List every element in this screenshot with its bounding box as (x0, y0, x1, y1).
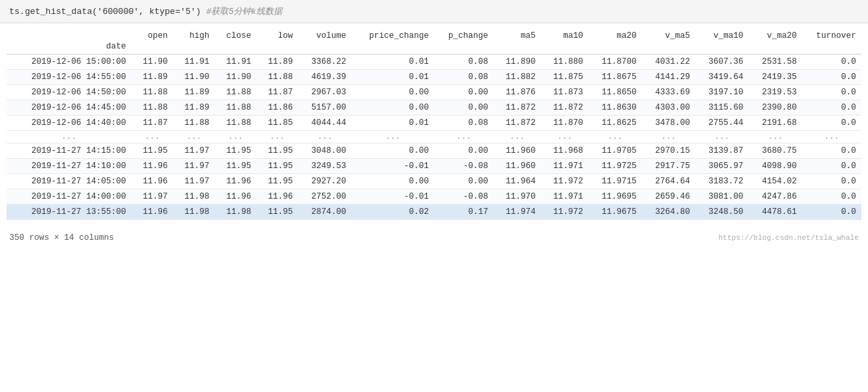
data-cell: 0.00 (351, 100, 434, 116)
ellipsis-cell: ... (7, 131, 131, 144)
th-price-change: price_change (351, 29, 434, 41)
data-cell: 2967.03 (298, 85, 351, 100)
data-cell: 11.95 (256, 144, 298, 159)
data-cell: 11.96 (256, 189, 298, 205)
th-open: open (131, 29, 173, 41)
th-ma5: ma5 (493, 29, 541, 41)
data-cell: 11.88 (256, 70, 298, 85)
data-cell: 11.8630 (588, 100, 642, 116)
data-cell: 3115.60 (695, 100, 748, 116)
date-cell: 2019-12-06 15:00:00 (7, 54, 131, 70)
code-function: ts.get_hist_data('600000', ktype='5') (9, 7, 201, 17)
data-cell: 0.0 (802, 116, 861, 131)
data-cell: 11.974 (493, 205, 541, 220)
data-cell: 0.01 (351, 70, 434, 85)
data-cell: 3478.00 (642, 116, 695, 131)
data-cell: 0.00 (434, 144, 493, 159)
data-cell: 2531.58 (748, 54, 802, 70)
data-cell: 5157.00 (298, 100, 351, 116)
data-cell: 11.971 (541, 159, 589, 174)
date-cell: 2019-11-27 14:15:00 (7, 144, 131, 159)
data-cell: 0.0 (802, 54, 861, 70)
data-cell: 11.960 (493, 144, 541, 159)
data-cell: 11.88 (173, 116, 215, 131)
data-cell: 11.90 (215, 70, 256, 85)
data-cell: 0.00 (351, 144, 434, 159)
data-cell: 2755.44 (695, 116, 748, 131)
ellipsis-cell: ... (493, 131, 541, 144)
data-cell: 11.88 (215, 116, 256, 131)
ellipsis-cell: ... (298, 131, 351, 144)
data-cell: 11.95 (256, 205, 298, 220)
th-empty (7, 29, 131, 41)
data-cell: -0.08 (434, 159, 493, 174)
data-cell: 3264.80 (642, 205, 695, 220)
date-header-row: date (7, 41, 861, 54)
data-cell: 4044.44 (298, 116, 351, 131)
data-cell: 0.02 (351, 205, 434, 220)
data-cell: 0.0 (802, 85, 861, 100)
data-cell: 3139.87 (695, 144, 748, 159)
data-cell: 3368.22 (298, 54, 351, 70)
th-low: low (256, 29, 298, 41)
data-cell: 2390.80 (748, 100, 802, 116)
data-cell: 11.870 (541, 116, 589, 131)
data-cell: 0.00 (434, 174, 493, 189)
th-pad-1 (131, 41, 173, 54)
data-cell: 0.17 (434, 205, 493, 220)
ellipsis-cell: ... (695, 131, 748, 144)
table-row: 2019-12-06 14:45:0011.8811.8911.8811.865… (7, 100, 861, 116)
th-pad-6 (351, 41, 434, 54)
code-bar: ts.get_hist_data('600000', ktype='5') #获… (0, 0, 868, 23)
ellipsis-cell: ... (541, 131, 589, 144)
table-row: 2019-12-06 14:55:0011.8911.9011.9011.884… (7, 70, 861, 85)
data-cell: 4141.29 (642, 70, 695, 85)
data-cell: 11.9725 (588, 159, 642, 174)
th-pad-3 (215, 41, 256, 54)
ellipsis-cell: ... (256, 131, 298, 144)
th-ma10: ma10 (541, 29, 589, 41)
data-cell: 11.97 (173, 144, 215, 159)
date-cell: 2019-11-27 13:55:00 (7, 205, 131, 220)
table-row: ........................................… (7, 131, 861, 144)
data-cell: 11.8675 (588, 70, 642, 85)
th-turnover: turnover (802, 29, 861, 41)
data-cell: 11.872 (493, 100, 541, 116)
ellipsis-cell: ... (215, 131, 256, 144)
watermark: https://blog.csdn.net/tsla_whale (709, 231, 868, 245)
data-cell: 2874.00 (298, 205, 351, 220)
data-cell: 0.00 (351, 174, 434, 189)
data-cell: 11.87 (131, 116, 173, 131)
data-cell: 0.01 (351, 54, 434, 70)
code-comment: #获取5分钟k线数据 (206, 7, 282, 17)
data-cell: 11.96 (215, 174, 256, 189)
data-cell: 3607.36 (695, 54, 748, 70)
data-cell: 2970.15 (642, 144, 695, 159)
date-cell: 2019-11-27 14:05:00 (7, 174, 131, 189)
data-cell: 0.00 (434, 85, 493, 100)
th-pad-4 (256, 41, 298, 54)
data-cell: 4619.39 (298, 70, 351, 85)
data-cell: 11.9695 (588, 189, 642, 205)
data-cell: 0.08 (434, 70, 493, 85)
data-cell: 4098.90 (748, 159, 802, 174)
ellipsis-cell: ... (748, 131, 802, 144)
data-cell: 11.89 (256, 54, 298, 70)
column-headers: open high close low volume price_change … (7, 29, 861, 41)
data-cell: 2764.64 (642, 174, 695, 189)
data-cell: 11.95 (256, 159, 298, 174)
data-cell: 4333.69 (642, 85, 695, 100)
th-pad-8 (493, 41, 541, 54)
data-cell: 11.88 (215, 85, 256, 100)
ellipsis-cell: ... (131, 131, 173, 144)
data-cell: 11.9675 (588, 205, 642, 220)
data-cell: 11.88 (215, 100, 256, 116)
th-date: date (7, 41, 131, 54)
th-p-change: p_change (434, 29, 493, 41)
th-pad-13 (748, 41, 802, 54)
ellipsis-cell: ... (351, 131, 434, 144)
data-cell: 11.96 (131, 205, 173, 220)
date-cell: 2019-12-06 14:50:00 (7, 85, 131, 100)
th-high: high (173, 29, 215, 41)
data-cell: 3197.10 (695, 85, 748, 100)
